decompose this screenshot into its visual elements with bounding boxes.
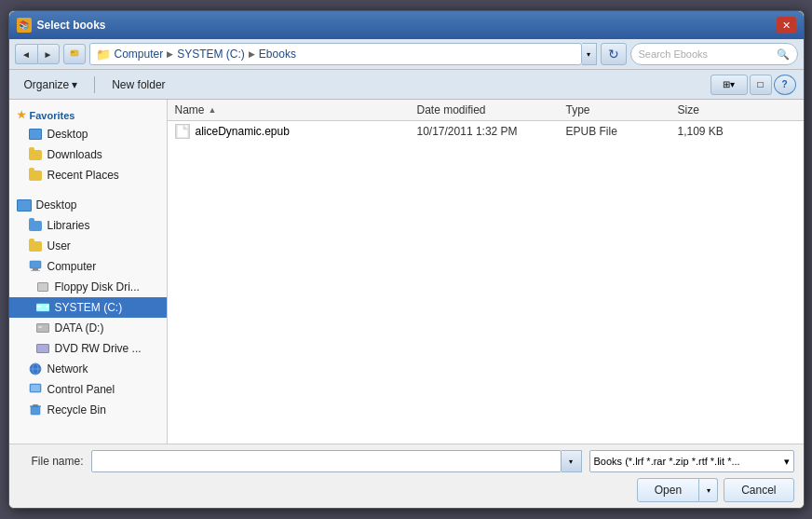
star-icon: ★: [17, 109, 26, 121]
sidebar-item-desktop-fav[interactable]: Desktop: [9, 124, 167, 144]
filetype-select[interactable]: Books (*.lrf *.rar *.zip *.rtf *.lit *..…: [589, 450, 794, 472]
computer-svg: [29, 260, 42, 273]
recent-icon: [28, 168, 43, 183]
sidebar-desktop-fav-label: Desktop: [47, 128, 88, 141]
col-header-name[interactable]: Name ▲: [168, 103, 410, 116]
libraries-icon: [28, 218, 43, 233]
cancel-button[interactable]: Cancel: [724, 478, 793, 502]
control-panel-icon: [28, 382, 43, 397]
svg-rect-6: [37, 306, 41, 307]
organize-label: Organize: [24, 78, 70, 91]
view-details-button[interactable]: ⊞▾: [710, 75, 748, 95]
filename-label: File name:: [19, 455, 84, 468]
window-title: Select books: [37, 19, 106, 32]
dvd-icon: [35, 341, 50, 356]
path-folder-icon: 📁: [96, 48, 111, 61]
address-dropdown-btn[interactable]: ▾: [582, 43, 597, 65]
svg-rect-3: [33, 268, 38, 270]
sidebar-user-label: User: [47, 239, 71, 253]
action-row: Open ▾ Cancel: [19, 478, 794, 502]
col-header-date[interactable]: Date modified: [410, 103, 559, 116]
file-icon: [175, 124, 190, 139]
file-cell-name: aliceDynamic.epub: [168, 124, 410, 139]
recycle-icon: [28, 403, 43, 417]
filetype-label: Books (*.lrf *.rar *.zip *.rtf *.lit *..…: [594, 456, 740, 467]
recycle-svg: [30, 403, 41, 417]
new-folder-button[interactable]: New folder: [104, 75, 172, 94]
open-button[interactable]: Open: [637, 478, 699, 502]
system-c-icon: [35, 300, 50, 315]
sidebar-item-data-d[interactable]: DATA (D:): [9, 318, 167, 338]
organize-dropdown-icon: ▾: [72, 78, 77, 91]
sidebar-downloads-label: Downloads: [47, 148, 102, 161]
file-area: Name ▲ Date modified Type Size: [168, 100, 804, 444]
svg-rect-13: [31, 406, 40, 415]
sidebar-item-recent[interactable]: Recent Places: [9, 165, 167, 185]
svg-rect-1: [71, 51, 74, 53]
sidebar-item-libraries[interactable]: Libraries: [9, 215, 167, 236]
computer-icon: [28, 259, 43, 274]
sidebar-control-panel-label: Control Panel: [47, 383, 115, 396]
sidebar-item-network[interactable]: Network: [9, 359, 167, 379]
path-drive: SYSTEM (C:): [177, 48, 245, 61]
svg-rect-7: [46, 306, 48, 307]
downloads-icon: [28, 147, 43, 162]
col-name-label: Name: [175, 103, 205, 116]
epub-file-icon: [176, 124, 189, 139]
sidebar-item-desktop-main[interactable]: Desktop: [9, 195, 167, 215]
window-icon: 📚: [17, 18, 32, 33]
sidebar-item-floppy[interactable]: Floppy Disk Dri...: [9, 277, 167, 297]
path-ebooks: Ebooks: [259, 48, 296, 61]
dialog-window: 📚 Select books ✕ ◄ ► 📁 Computer ▶ SYSTEM…: [8, 10, 805, 509]
sidebar-item-computer[interactable]: Computer: [9, 256, 167, 277]
sidebar-computer-label: Computer: [47, 260, 97, 273]
back-button[interactable]: ◄: [15, 44, 37, 64]
title-bar: 📚 Select books ✕: [9, 11, 804, 39]
preview-icon: □: [757, 79, 763, 89]
control-panel-svg: [29, 383, 42, 396]
filename-input[interactable]: [91, 450, 562, 472]
user-icon: [28, 239, 43, 253]
search-icon: 🔍: [777, 48, 790, 61]
sidebar-item-dvd[interactable]: DVD RW Drive ...: [9, 338, 167, 359]
drive-c-svg: [36, 302, 49, 313]
filetype-arrow: ▾: [784, 456, 790, 468]
col-header-size[interactable]: Size: [670, 103, 764, 116]
table-row[interactable]: aliceDynamic.epub 10/17/2011 1:32 PM EPU…: [168, 121, 804, 142]
svg-rect-4: [31, 270, 40, 271]
sidebar-floppy-label: Floppy Disk Dri...: [55, 280, 140, 294]
organize-button[interactable]: Organize ▾: [17, 75, 86, 94]
bottom-bar: File name: ▾ Books (*.lrf *.rar *.zip *.…: [9, 444, 804, 508]
open-dropdown-button[interactable]: ▾: [699, 478, 718, 502]
sidebar-item-user[interactable]: User: [9, 236, 167, 256]
sidebar-recent-label: Recent Places: [47, 169, 119, 182]
title-bar-left: 📚 Select books: [17, 18, 106, 33]
forward-button[interactable]: ►: [37, 44, 60, 64]
up-button[interactable]: [63, 44, 86, 64]
sidebar-item-recycle[interactable]: Recycle Bin: [9, 400, 167, 420]
sidebar-item-downloads[interactable]: Downloads: [9, 144, 167, 165]
sidebar-desktop-main-label: Desktop: [36, 198, 77, 212]
refresh-button[interactable]: ↻: [601, 43, 627, 65]
sidebar-recycle-label: Recycle Bin: [47, 403, 106, 417]
address-bar: ◄ ► 📁 Computer ▶ SYSTEM (C:) ▶ Ebooks ▾ …: [9, 39, 804, 70]
sort-arrow: ▲: [209, 105, 217, 115]
network-icon: [28, 362, 43, 376]
col-date-label: Date modified: [417, 103, 486, 116]
new-folder-label: New folder: [112, 78, 165, 91]
sidebar-item-system-c[interactable]: SYSTEM (C:): [9, 297, 167, 318]
sidebar-system-c-label: SYSTEM (C:): [55, 301, 123, 314]
address-path[interactable]: 📁 Computer ▶ SYSTEM (C:) ▶ Ebooks: [89, 43, 582, 65]
col-header-type[interactable]: Type: [559, 103, 670, 116]
title-buttons: ✕: [777, 17, 796, 34]
address-path-container[interactable]: 📁 Computer ▶ SYSTEM (C:) ▶ Ebooks ▾: [89, 43, 597, 65]
help-icon: ?: [781, 79, 787, 89]
search-box[interactable]: Search Ebooks 🔍: [630, 43, 798, 65]
preview-button[interactable]: □: [750, 75, 772, 95]
sidebar-item-control-panel[interactable]: Control Panel: [9, 379, 167, 400]
nav-buttons: ◄ ►: [15, 44, 60, 64]
desktop-fav-icon: [28, 127, 43, 142]
help-button[interactable]: ?: [774, 75, 796, 95]
filename-dropdown-button[interactable]: ▾: [562, 450, 582, 472]
close-button[interactable]: ✕: [777, 17, 796, 34]
